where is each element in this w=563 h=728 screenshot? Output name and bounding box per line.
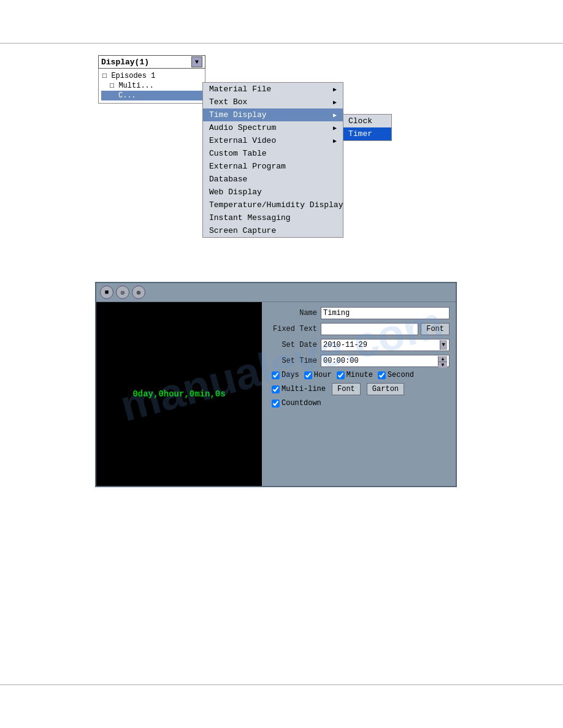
font-btn[interactable]: Font — [332, 383, 361, 395]
fixed-text-label: Fixed Text — [268, 325, 317, 333]
timer-content: 0day,0hour,0min,0s Name Fixed Text Font … — [96, 302, 456, 486]
name-label: Name — [268, 309, 317, 317]
cb-minute-input[interactable] — [337, 371, 345, 379]
menu-item-audio-spectrum-label: Audio Spectrum — [209, 123, 276, 132]
cb-second[interactable]: Second — [378, 371, 414, 379]
hr-top — [0, 43, 563, 44]
garton-btn[interactable]: Garton — [367, 383, 404, 395]
cb-minute-label: Minute — [347, 371, 373, 379]
submenu-time-display: Clock Timer — [343, 114, 392, 141]
menu-item-external-program[interactable]: External Program — [203, 160, 343, 173]
menu-item-text-box-label: Text Box — [209, 97, 247, 107]
menu-item-external-program-label: External Program — [209, 162, 286, 171]
menu-item-time-display[interactable]: Time Display ▶ — [203, 108, 343, 121]
combo-arrow-icon[interactable]: ▼ — [191, 56, 202, 67]
menu-arrow-timedisplay: ▶ — [333, 112, 337, 119]
menu-item-time-display-label: Time Display — [209, 110, 267, 119]
cb-minute[interactable]: Minute — [337, 371, 373, 379]
menu-item-material-file-label: Material File — [209, 85, 271, 94]
tree-item-multi[interactable]: □ Multi... — [101, 81, 202, 91]
fixed-text-row: Fixed Text Font — [268, 323, 450, 335]
timer-preview: 0day,0hour,0min,0s — [96, 302, 262, 486]
menu-item-database-label: Database — [209, 175, 247, 184]
menu-arrow-extvideo: ▶ — [333, 137, 337, 145]
cb-hour[interactable]: Hour — [304, 371, 332, 379]
date-combo-arrow-icon[interactable]: ▼ — [440, 340, 447, 350]
display-combo-label: Display(1) — [101, 58, 191, 67]
cb-countdown-input[interactable] — [272, 400, 280, 408]
cb-days[interactable]: Days — [272, 371, 299, 379]
menu-item-instant-messaging[interactable]: Instant Messaging — [203, 211, 343, 224]
fixed-text-font-btn[interactable]: Font — [421, 323, 450, 335]
multiline-row: Multi-line Font Garton — [268, 383, 450, 395]
name-input[interactable] — [321, 307, 450, 319]
toolbar-btn-settings[interactable]: ⊚ — [132, 286, 145, 299]
hr-bottom — [0, 684, 563, 685]
tree-item-c[interactable]: C... — [101, 91, 202, 100]
cb-countdown[interactable]: Countdown — [272, 399, 321, 408]
cb-multiline[interactable]: Multi-line — [272, 385, 326, 393]
cb-countdown-label: Countdown — [282, 399, 321, 408]
menu-item-database[interactable]: Database — [203, 173, 343, 186]
menu-item-temp-humidity-label: Temperature/Humidity Display — [209, 200, 343, 210]
cb-second-label: Second — [388, 371, 414, 379]
tree-item-episodes[interactable]: □ Episodes 1 — [101, 71, 202, 81]
set-time-row: Set Time 00:00:00 ▲ ▼ — [268, 355, 450, 367]
page-wrapper: manualeve.com Display(1) ▼ □ Episodes 1 … — [0, 0, 563, 728]
section-menu: Display(1) ▼ □ Episodes 1 □ Multi... C..… — [98, 55, 205, 104]
menu-item-screen-capture-label: Screen Capture — [209, 226, 276, 235]
menu-item-material-file[interactable]: Material File ▶ — [203, 83, 343, 96]
menu-item-custom-table[interactable]: Custom Table — [203, 147, 343, 160]
set-date-label: Set Date — [268, 341, 317, 349]
submenu-item-timer[interactable]: Timer — [343, 127, 391, 140]
menu-item-web-display[interactable]: Web Display — [203, 186, 343, 199]
name-row: Name — [268, 307, 450, 319]
set-time-label: Set Time — [268, 357, 317, 365]
timer-panel: ■ ⊙ ⊚ 0day,0hour,0min,0s Name Fixed Text — [95, 282, 457, 487]
timer-toolbar: ■ ⊙ ⊚ — [96, 283, 456, 302]
display-combo[interactable]: Display(1) ▼ — [98, 55, 205, 69]
cb-multiline-input[interactable] — [272, 385, 280, 393]
menu-arrow-audio: ▶ — [333, 124, 337, 132]
time-spin-up[interactable]: ▲ — [439, 356, 447, 362]
time-spin-buttons: ▲ ▼ — [438, 356, 447, 366]
menu-item-instant-messaging-label: Instant Messaging — [209, 213, 291, 222]
set-time-value: 00:00:00 — [323, 357, 438, 365]
time-spin-down[interactable]: ▼ — [439, 362, 447, 368]
checkbox-row-1: Days Hour Minute Second — [268, 371, 450, 379]
menu-item-text-box[interactable]: Text Box ▶ — [203, 96, 343, 108]
cb-hour-input[interactable] — [304, 371, 312, 379]
cb-hour-label: Hour — [314, 371, 332, 379]
menu-item-custom-table-label: Custom Table — [209, 149, 267, 158]
menu-item-temp-humidity[interactable]: Temperature/Humidity Display — [203, 199, 343, 211]
menu-item-audio-spectrum[interactable]: Audio Spectrum ▶ — [203, 121, 343, 134]
toolbar-btn-play[interactable]: ⊙ — [116, 286, 129, 299]
cb-days-input[interactable] — [272, 371, 280, 379]
timer-settings: Name Fixed Text Font Set Date 2010-11-29… — [262, 302, 456, 486]
cb-second-input[interactable] — [378, 371, 386, 379]
menu-arrow-textbox: ▶ — [333, 99, 337, 106]
tree-area: □ Episodes 1 □ Multi... C... — [98, 69, 205, 104]
set-date-row: Set Date 2010-11-29 ▼ — [268, 339, 450, 351]
toolbar-btn-stop[interactable]: ■ — [100, 286, 113, 299]
menu-item-external-video[interactable]: External Video ▶ — [203, 134, 343, 147]
menu-item-external-video-label: External Video — [209, 136, 276, 145]
menu-item-screen-capture[interactable]: Screen Capture — [203, 224, 343, 237]
cb-multiline-label: Multi-line — [282, 385, 326, 393]
set-date-combo[interactable]: 2010-11-29 ▼ — [321, 339, 450, 351]
menu-arrow-material: ▶ — [333, 86, 337, 93]
submenu-item-clock[interactable]: Clock — [343, 115, 391, 127]
fixed-text-input[interactable] — [321, 323, 418, 335]
cb-days-label: Days — [282, 371, 299, 379]
context-menu: Material File ▶ Text Box ▶ Time Display … — [202, 82, 343, 238]
menu-item-web-display-label: Web Display — [209, 188, 262, 197]
timer-preview-text: 0day,0hour,0min,0s — [132, 389, 225, 399]
set-date-value: 2010-11-29 — [323, 341, 440, 349]
set-time-spin[interactable]: 00:00:00 ▲ ▼ — [321, 355, 450, 367]
countdown-row: Countdown — [268, 399, 450, 408]
